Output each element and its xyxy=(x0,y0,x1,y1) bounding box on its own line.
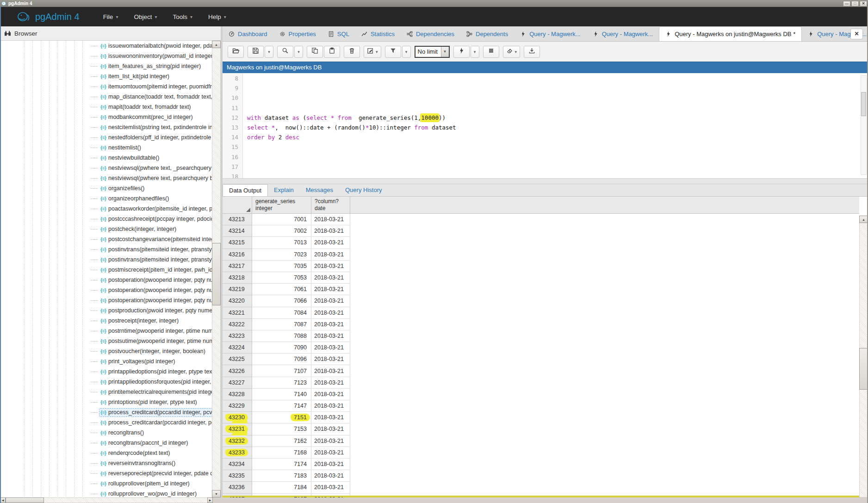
tree-item[interactable]: {≡}postinvtrans(pitemsiteid integer, ptr… xyxy=(0,255,212,265)
tree-item[interactable]: {≡}nestitemlist() xyxy=(0,143,212,153)
tree-item[interactable]: {≡}postcostchangevariance(pitemsiteid in… xyxy=(0,234,212,244)
date-cell[interactable]: 2018-03-21 xyxy=(311,423,350,435)
row-number-cell[interactable]: 43229 xyxy=(223,400,252,412)
menu-help[interactable]: Help▾ xyxy=(200,13,234,20)
value-cell[interactable]: 7084 xyxy=(252,307,311,319)
value-cell[interactable]: 7123 xyxy=(252,377,311,389)
tree-item[interactable]: {≡}mapit(toaddr text, fromaddr text) xyxy=(0,102,212,112)
row-number-cell[interactable]: 43222 xyxy=(223,319,252,330)
tree-item[interactable]: {≡}printappliedoptionsforquotes(pid inte… xyxy=(0,377,212,387)
tab-dependencies[interactable]: Dependencies xyxy=(401,26,460,41)
row-number-cell[interactable]: 43226 xyxy=(223,365,252,377)
row-number-cell[interactable]: 43215 xyxy=(223,237,252,248)
execute-options-button[interactable]: ▾ xyxy=(471,46,479,58)
tree-item[interactable]: {≡}rollupprollover_wo(pwo_id integer) xyxy=(0,489,212,497)
tree-item[interactable]: {≡}postcccashreceipt(pccpay integer, pdo… xyxy=(0,214,212,224)
output-tab-messages[interactable]: Messages xyxy=(300,184,339,196)
value-cell[interactable]: 7184 xyxy=(252,482,311,493)
tree-item[interactable]: {≡}nestedfolders(pff_id integer, pxtinde… xyxy=(0,132,212,143)
output-tab-explain[interactable]: Explain xyxy=(268,184,300,196)
tree-item[interactable]: {≡}printappliedoptions(pid integer, ptyp… xyxy=(0,366,212,377)
tree-item[interactable]: {≡}organizefiles() xyxy=(0,183,212,193)
filter-options-button[interactable]: ▾ xyxy=(402,46,411,58)
open-file-button[interactable] xyxy=(228,46,244,58)
date-cell[interactable]: 2018-03-21 xyxy=(311,459,350,470)
tree-item[interactable]: {≡}itemuomtouom(pitemid integer, puomidf… xyxy=(0,81,212,92)
tree-item[interactable]: {≡}process_creditcardar(pccardid integer… xyxy=(0,417,212,428)
value-cell[interactable]: 7087 xyxy=(252,319,311,330)
row-number-cell[interactable]: 43214 xyxy=(223,225,252,237)
tree-item[interactable]: {≡}postmiscreceipt(pitem_id integer, pwh… xyxy=(0,265,212,275)
tree-item[interactable]: {≡}reverseinvtransnogltrans() xyxy=(0,458,212,468)
tree-item[interactable]: {≡}recongltrans() xyxy=(0,428,212,438)
editor-scrollbar-thumb[interactable] xyxy=(861,92,866,116)
value-cell[interactable]: 7162 xyxy=(252,435,311,447)
row-number-cell[interactable]: 43231 xyxy=(223,423,252,435)
paste-button[interactable] xyxy=(324,46,340,58)
date-cell[interactable]: 2018-03-21 xyxy=(311,307,350,319)
tree-item[interactable]: {≡}printitemelectricalrequirements(pid i… xyxy=(0,387,212,397)
tree-item[interactable]: {≡}organizeorphanedfiles() xyxy=(0,193,212,204)
tree-item[interactable]: {≡}renderqrcode(ptext text) xyxy=(0,448,212,458)
row-number-cell[interactable]: 43232 xyxy=(223,435,252,447)
date-cell[interactable]: 2018-03-21 xyxy=(311,377,350,389)
tab-dependents[interactable]: Dependents xyxy=(460,26,514,41)
date-cell[interactable]: 2018-03-21 xyxy=(311,214,350,225)
tree-item[interactable]: {≡}postvoucher(integer, integer, boolean… xyxy=(0,346,212,356)
row-number-cell[interactable]: 43235 xyxy=(223,470,252,482)
tree-item[interactable]: {≡}postrntime(pwooperid integer, ptime n… xyxy=(0,326,212,336)
scroll-right-icon[interactable]: ▶ xyxy=(207,497,213,503)
tree-item[interactable]: {≡}nestviewsql(pwhere text, _psearchquer… xyxy=(0,163,212,173)
value-cell[interactable]: 7107 xyxy=(252,365,311,377)
tree-item[interactable]: {≡}rollupprollover(pitem_id integer) xyxy=(0,478,212,489)
date-cell[interactable]: 2018-03-21 xyxy=(311,225,350,237)
download-button[interactable] xyxy=(524,46,540,58)
date-cell[interactable]: 2018-03-21 xyxy=(311,435,350,447)
value-cell[interactable]: 7023 xyxy=(252,249,311,261)
tree-item[interactable]: {≡}postoperation(pwooperid integer, pqty… xyxy=(0,295,212,305)
row-number-cell[interactable]: 43213 xyxy=(223,214,252,225)
chevron-down-icon[interactable]: ▼ xyxy=(441,47,449,57)
row-number-cell[interactable]: 43217 xyxy=(223,261,252,272)
close-button[interactable]: ✕ xyxy=(860,1,867,6)
column-header-column[interactable]: ?column?date xyxy=(311,197,350,214)
save-button[interactable] xyxy=(248,46,264,58)
date-cell[interactable]: 2018-03-21 xyxy=(311,284,350,295)
date-cell[interactable]: 2018-03-21 xyxy=(311,249,350,261)
row-number-cell[interactable]: 43221 xyxy=(223,307,252,319)
row-number-cell[interactable]: 43227 xyxy=(223,377,252,389)
menu-object[interactable]: Object▾ xyxy=(126,13,165,20)
value-cell[interactable]: 7066 xyxy=(252,295,311,307)
tree-item[interactable]: {≡}nestviewbuildtable() xyxy=(0,153,212,163)
tree-item[interactable]: {≡}print_voltages(pid integer) xyxy=(0,356,212,366)
value-cell[interactable]: 7168 xyxy=(252,447,311,459)
value-cell[interactable]: 7090 xyxy=(252,342,311,354)
tree-item[interactable]: {≡}postcheck(integer, integer) xyxy=(0,224,212,234)
date-cell[interactable]: 2018-03-21 xyxy=(311,319,350,330)
delete-button[interactable] xyxy=(344,46,360,58)
tree-item[interactable]: {≡}poactasworkorder(pitemsite_id integer… xyxy=(0,204,212,214)
tree-hscrollbar-thumb[interactable] xyxy=(6,497,44,503)
value-cell[interactable]: 7140 xyxy=(252,389,311,400)
value-cell[interactable]: 7151 xyxy=(252,412,311,423)
date-cell[interactable]: 2018-03-21 xyxy=(311,412,350,423)
tree-item[interactable]: {≡}modbankcommit(prec_id integer) xyxy=(0,112,212,122)
find-button[interactable] xyxy=(277,46,293,58)
tree-item[interactable]: {≡}item_list_kit(pid integer) xyxy=(0,71,212,81)
clear-button[interactable]: ▾ xyxy=(503,46,521,58)
row-number-cell[interactable]: 43223 xyxy=(223,330,252,342)
date-cell[interactable]: 2018-03-21 xyxy=(311,237,350,248)
tab-properties[interactable]: Properties xyxy=(273,26,322,41)
value-cell[interactable]: 7013 xyxy=(252,237,311,248)
tree-item[interactable]: {≡}postreceipt(integer, integer) xyxy=(0,316,212,326)
tree-item[interactable]: {≡}issuewomaterialbatch(pwoid integer, p… xyxy=(0,41,212,51)
execute-button[interactable] xyxy=(453,46,470,58)
value-cell[interactable]: 7035 xyxy=(252,261,311,272)
row-number-cell[interactable]: 43225 xyxy=(223,354,252,365)
tab-query-magwerk[interactable]: Query - Magwerk... xyxy=(587,26,659,41)
tree-vertical-scrollbar[interactable]: ▲ ▼ xyxy=(212,41,221,497)
tree-scrollbar-thumb[interactable] xyxy=(212,243,221,305)
date-cell[interactable]: 2018-03-21 xyxy=(311,365,350,377)
tab-sql[interactable]: SQL xyxy=(322,26,355,41)
row-number-cell[interactable]: 43218 xyxy=(223,272,252,284)
